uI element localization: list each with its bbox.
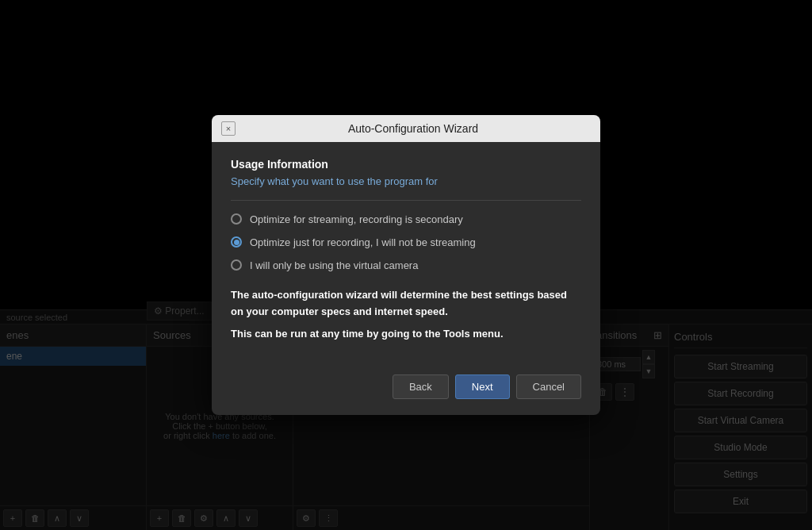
dialog-body: Usage Information Specify what you want …	[212, 142, 600, 365]
radio-label-virtual: I will only be using the virtual camera	[250, 259, 418, 271]
dialog-footer: Back Next Cancel	[212, 365, 600, 415]
radio-option-virtual[interactable]: I will only be using the virtual camera	[231, 259, 581, 271]
dialog-close-button[interactable]: ×	[221, 121, 236, 136]
radio-label-streaming: Optimize for streaming, recording is sec…	[250, 213, 463, 225]
dialog-titlebar: × Auto-Configuration Wizard	[212, 115, 600, 142]
dialog-divider	[231, 200, 581, 201]
back-button[interactable]: Back	[393, 374, 449, 399]
radio-circle-recording	[231, 236, 242, 248]
dialog-subtitle: Specify what you want to use the program…	[231, 175, 581, 187]
radio-label-recording: Optimize just for recording, I will not …	[250, 236, 476, 248]
dialog-title: Auto-Configuration Wizard	[236, 122, 591, 135]
radio-group: Optimize for streaming, recording is sec…	[231, 213, 581, 271]
modal-overlay: × Auto-Configuration Wizard Usage Inform…	[0, 0, 812, 530]
dialog-section-title: Usage Information	[231, 158, 581, 171]
radio-option-streaming[interactable]: Optimize for streaming, recording is sec…	[231, 213, 581, 225]
cancel-button[interactable]: Cancel	[516, 374, 581, 399]
radio-circle-streaming	[231, 213, 242, 225]
dialog-info-text2: This can be run at any time by going to …	[231, 326, 581, 343]
radio-option-recording[interactable]: Optimize just for recording, I will not …	[231, 236, 581, 248]
dialog-info-text1: The auto-configuration wizard will deter…	[231, 287, 581, 321]
next-button[interactable]: Next	[455, 374, 510, 399]
auto-config-dialog: × Auto-Configuration Wizard Usage Inform…	[212, 115, 600, 415]
dialog-info-text2-strong: This can be run at any time by going to …	[231, 328, 504, 340]
radio-circle-virtual	[231, 259, 242, 271]
dialog-info-text1-strong: The auto-configuration wizard will deter…	[231, 289, 567, 317]
